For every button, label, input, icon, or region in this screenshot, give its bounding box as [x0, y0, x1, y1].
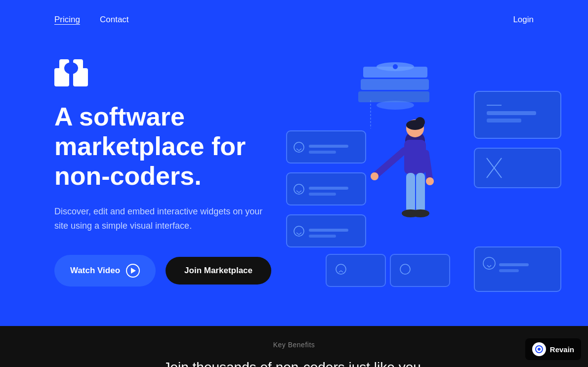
- navbar: Pricing Contact Login: [0, 0, 588, 40]
- hero-title: A software marketplace for non-coders.: [54, 102, 287, 191]
- join-marketplace-button[interactable]: Join Marketplace: [166, 257, 271, 285]
- svg-point-57: [426, 177, 434, 185]
- play-triangle-icon: [131, 268, 136, 274]
- svg-rect-23: [499, 269, 519, 272]
- svg-rect-22: [499, 263, 529, 266]
- svg-point-4: [64, 62, 78, 74]
- hero-illustration: [282, 30, 588, 326]
- svg-rect-41: [309, 235, 336, 238]
- svg-point-52: [406, 120, 424, 130]
- svg-rect-58: [406, 173, 415, 212]
- svg-rect-34: [309, 187, 348, 190]
- play-circle-icon: [126, 264, 140, 278]
- svg-point-56: [371, 172, 378, 180]
- watch-video-button[interactable]: Watch Video: [54, 255, 156, 286]
- watch-video-label: Watch Video: [70, 266, 120, 276]
- hero-subtitle: Discover, edit and embed interactive wid…: [54, 204, 277, 233]
- svg-line-55: [426, 153, 430, 180]
- hero-content: A software marketplace for non-coders. D…: [0, 40, 287, 326]
- svg-rect-59: [416, 173, 425, 212]
- revain-icon: [532, 342, 546, 356]
- svg-rect-42: [326, 254, 385, 286]
- nav-links: Pricing Contact: [54, 15, 129, 25]
- bottom-text-line1: Join thousands of non-coders just like y…: [163, 360, 424, 367]
- svg-rect-15: [474, 148, 561, 188]
- svg-rect-28: [309, 145, 348, 148]
- svg-point-9: [393, 64, 398, 69]
- nav-pricing[interactable]: Pricing: [54, 15, 80, 25]
- key-benefits-label: Key Benefits: [273, 341, 315, 349]
- svg-rect-7: [358, 91, 429, 102]
- svg-point-63: [538, 348, 541, 351]
- nav-contact[interactable]: Contact: [100, 15, 129, 25]
- svg-rect-13: [487, 111, 536, 115]
- svg-rect-14: [487, 119, 521, 122]
- svg-point-61: [412, 209, 429, 217]
- logo-icon: [54, 59, 287, 102]
- hero-buttons: Watch Video Join Marketplace: [54, 255, 287, 286]
- nav-login[interactable]: Login: [513, 15, 534, 25]
- svg-rect-53: [404, 140, 426, 174]
- svg-point-10: [377, 101, 414, 110]
- bottom-text: Join thousands of non-coders just like y…: [160, 358, 429, 367]
- bottom-section: Key Benefits Join thousands of non-coder…: [0, 326, 588, 367]
- svg-rect-46: [390, 254, 450, 286]
- revain-badge: Revain: [525, 338, 581, 360]
- svg-rect-29: [309, 151, 336, 154]
- svg-line-54: [376, 151, 404, 175]
- svg-rect-6: [361, 79, 429, 90]
- svg-rect-40: [309, 229, 348, 232]
- svg-rect-35: [309, 193, 336, 196]
- hero-section: A software marketplace for non-coders. D…: [0, 0, 588, 326]
- revain-label: Revain: [550, 345, 574, 354]
